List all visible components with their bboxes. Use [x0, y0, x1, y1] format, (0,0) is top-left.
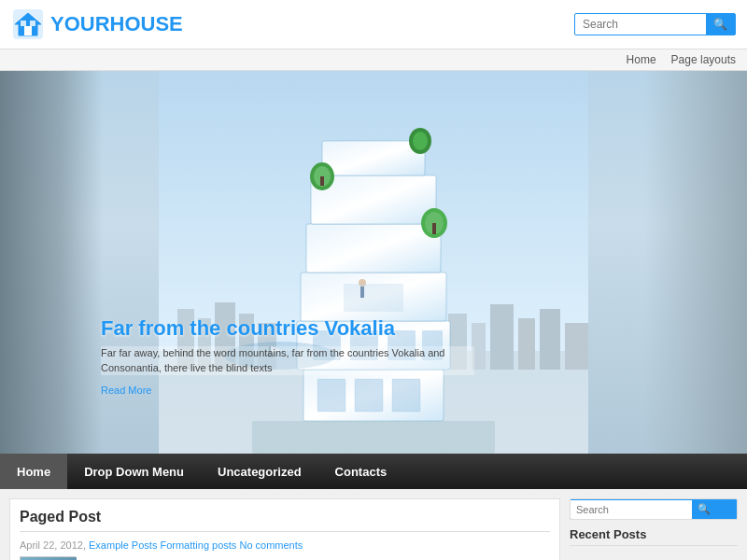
hero-title: Far from the countries Vokalia — [101, 316, 732, 341]
hero-section: Far from the countries Vokalia Far far a… — [0, 71, 747, 454]
svg-point-38 — [413, 132, 428, 150]
header-search-form: 🔍 — [574, 13, 736, 35]
hero-subtitle: Far far away, behind the word mountains,… — [101, 346, 474, 375]
post-meta: April 22, 2012, Example Posts Formatting… — [20, 539, 550, 551]
logo-normal: YOUR — [50, 12, 110, 35]
site-header: YOURHOUSE 🔍 — [0, 0, 747, 49]
sidebar-search-form: 🔍 — [570, 498, 738, 520]
svg-rect-2 — [24, 26, 32, 35]
sidebar-search-button[interactable]: 🔍 — [692, 499, 716, 519]
post-thumbnail — [20, 556, 76, 560]
svg-rect-3 — [21, 21, 26, 26]
hero-readmore-link[interactable]: Read More — [101, 385, 151, 396]
post-link-example[interactable]: Example Posts — [89, 539, 157, 551]
nav-item-home[interactable]: Home — [0, 454, 67, 489]
site-logo[interactable]: YOURHOUSE — [11, 7, 183, 41]
svg-rect-42 — [252, 421, 495, 454]
top-nav-page-layouts[interactable]: Page layouts — [671, 53, 736, 66]
post-link-comments[interactable]: No comments — [239, 539, 303, 551]
paged-post-heading: Paged Post — [20, 509, 550, 532]
post-content: Far far away, behind the word mountains,… — [20, 556, 550, 560]
nav-item-dropdown[interactable]: Drop Down Menu — [67, 454, 201, 489]
content-area: Paged Post April 22, 2012, Example Posts… — [0, 489, 747, 560]
post-date: April 22, 2012 — [20, 539, 83, 551]
sidebar: 🔍 Recent Posts — [570, 498, 738, 560]
svg-rect-33 — [432, 223, 436, 234]
top-nav-home[interactable]: Home — [627, 53, 656, 66]
logo-blue: HOUSE — [110, 12, 183, 35]
recent-posts-heading: Recent Posts — [570, 527, 738, 546]
house-icon — [11, 7, 45, 41]
svg-rect-23 — [322, 141, 425, 175]
main-navigation: Home Drop Down Menu Uncategorized Contac… — [0, 454, 747, 489]
svg-rect-36 — [320, 176, 324, 186]
post-link-formatting[interactable]: Formatting posts — [160, 539, 236, 551]
main-content: Paged Post April 22, 2012, Example Posts… — [9, 498, 560, 560]
hero-text-overlay: Far from the countries Vokalia Far far a… — [86, 307, 747, 407]
top-navigation: Home Page layouts — [0, 49, 747, 71]
post-excerpt: Far far away, behind the word mountains,… — [85, 556, 492, 560]
svg-rect-21 — [306, 224, 441, 273]
nav-item-contacts[interactable]: Contacts — [318, 454, 404, 489]
svg-rect-4 — [30, 21, 35, 26]
header-search-input[interactable] — [575, 14, 706, 35]
nav-item-uncategorized[interactable]: Uncategorized — [201, 454, 318, 489]
sidebar-search-input[interactable] — [571, 500, 692, 519]
header-search-button[interactable]: 🔍 — [706, 14, 735, 35]
logo-text: YOURHOUSE — [50, 12, 183, 36]
